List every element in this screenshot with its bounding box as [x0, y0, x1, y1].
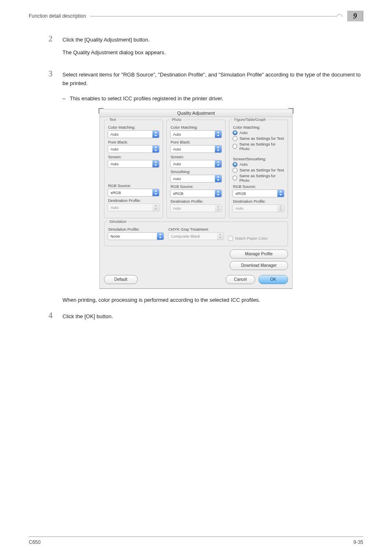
photo-smoothing-dropdown[interactable]: Auto	[170, 175, 222, 183]
label-pure-black: Pure Black:	[108, 140, 159, 144]
chapter-number: 9	[353, 12, 357, 21]
page-footer: C650 9-35	[29, 536, 363, 545]
step-2-line-2: The Quality Adjustment dialog box appear…	[62, 48, 166, 57]
dropdown-arrow-icon	[152, 131, 159, 138]
label-rgb-source: RGB Source:	[233, 184, 284, 189]
dropdown-arrow-icon	[157, 233, 164, 240]
label-dest-profile: Destination Profile:	[108, 198, 159, 203]
dropdown-arrow-icon	[217, 233, 224, 240]
step-number: 4	[48, 311, 62, 325]
photo-rgb-source-dropdown[interactable]: sRGB	[170, 190, 222, 197]
dropdown-arrow-icon	[152, 160, 159, 167]
dropdown-arrow-icon	[215, 190, 221, 197]
text-pure-black-dropdown[interactable]: Auto	[108, 145, 159, 153]
label-sim-profile: Simulation Profile:	[108, 227, 164, 231]
step-3-bullet: –This enables to select ICC profiles reg…	[62, 95, 363, 103]
photo-dest-profile-dropdown: Auto	[170, 204, 222, 212]
text-color-matching-dropdown[interactable]: Auto	[108, 130, 159, 138]
label-dest-profile: Destination Profile:	[171, 199, 222, 204]
cancel-button[interactable]: Cancel	[226, 275, 255, 284]
ftg-cm-auto-radio[interactable]: Auto	[233, 130, 284, 135]
download-manager-button[interactable]: Download Manager	[230, 261, 288, 270]
label-color-matching: Color Matching:	[108, 125, 159, 130]
label-screen: Screen:	[108, 155, 159, 159]
photo-screen-dropdown[interactable]: Auto	[170, 160, 222, 168]
step-4-line-1: Click the [OK] button.	[62, 312, 113, 321]
label-rgb-source: RGB Source:	[108, 183, 159, 188]
label-pure-black: Pure Black:	[171, 140, 222, 144]
group-figure-table-graph: Figure/Table/Graph Color Matching: Auto …	[229, 120, 288, 218]
label-screen-smoothing: Screen/Smoothing:	[233, 157, 284, 161]
group-simulation: Simulation Simulation Profile: None CMYK…	[104, 222, 288, 246]
dropdown-arrow-icon	[215, 146, 221, 153]
label-rgb-source: RGB Source:	[171, 184, 222, 189]
default-button[interactable]: Default	[104, 275, 138, 284]
photo-color-matching-dropdown[interactable]: Auto	[170, 130, 222, 138]
footer-model: C650	[29, 539, 41, 545]
step-2: 2 Click the [Quality Adjustment] button.…	[48, 35, 363, 61]
chapter-number-box: 9	[347, 11, 363, 21]
ftg-ss-same-photo-radio[interactable]: Same as Settings for Photo	[233, 173, 284, 183]
label-smoothing: Smoothing:	[171, 169, 222, 174]
dropdown-arrow-icon	[215, 131, 221, 138]
step-2-line-1: Click the [Quality Adjustment] button.	[62, 35, 166, 44]
header-rule	[90, 16, 336, 16]
step-3-note: When printing, color processing is perfo…	[62, 297, 363, 303]
cap-icon	[336, 12, 343, 20]
group-text: Text Color Matching: Auto Pure Black: Au…	[104, 120, 163, 218]
dropdown-arrow-icon	[152, 146, 159, 153]
section-title: Function detail description	[29, 13, 86, 19]
ftg-dest-profile-dropdown: Auto	[233, 204, 284, 212]
label-cmyk-gray: CMYK Gray Treatment:	[168, 227, 224, 231]
dropdown-arrow-icon	[215, 160, 221, 167]
dropdown-arrow-icon	[277, 205, 284, 212]
cmyk-gray-dropdown: Composite Black	[168, 232, 224, 240]
step-number: 2	[48, 35, 62, 61]
ok-button[interactable]: OK	[258, 275, 288, 284]
ftg-rgb-source-dropdown[interactable]: sRGB	[233, 190, 284, 197]
match-paper-color-checkbox[interactable]: Match Paper Color	[228, 236, 267, 241]
simulation-profile-dropdown[interactable]: None	[108, 232, 164, 240]
group-ftg-legend: Figure/Table/Graph	[233, 118, 267, 122]
step-4: 4 Click the [OK] button.	[48, 311, 363, 325]
group-photo-legend: Photo	[170, 118, 183, 122]
dropdown-arrow-icon	[152, 204, 159, 211]
quality-adjustment-dialog: Quality Adjustment Text Color Matching: …	[99, 109, 293, 289]
label-screen: Screen:	[171, 155, 222, 159]
group-photo: Photo Color Matching: Auto Pure Black: A…	[166, 120, 226, 218]
dropdown-arrow-icon	[277, 190, 284, 197]
label-dest-profile: Destination Profile:	[233, 199, 284, 204]
text-rgb-source-dropdown[interactable]: sRGB	[108, 189, 159, 197]
manage-profile-button[interactable]: Manage Profile	[230, 250, 288, 259]
footer-page-number: 9-35	[353, 539, 363, 545]
text-screen-dropdown[interactable]: Auto	[108, 160, 159, 168]
step-3-line-1: Select relevant items for "RGB Source", …	[62, 70, 363, 88]
running-header: Function detail description 9	[29, 11, 363, 21]
label-color-matching: Color Matching:	[171, 125, 222, 130]
dropdown-arrow-icon	[215, 175, 221, 182]
ftg-cm-same-text-radio[interactable]: Same as Settings for Text	[233, 136, 284, 141]
ftg-ss-same-text-radio[interactable]: Same as Settings for Text	[233, 168, 284, 173]
text-dest-profile-dropdown: Auto	[108, 204, 159, 211]
dialog-title: Quality Adjustment	[100, 109, 292, 117]
ftg-cm-same-photo-radio[interactable]: Same as Settings for Photo	[233, 142, 284, 151]
dropdown-arrow-icon	[215, 205, 221, 212]
step-3: 3 Select relevant items for "RGB Source"…	[48, 69, 363, 92]
label-color-matching: Color Matching:	[233, 125, 284, 130]
dropdown-arrow-icon	[152, 189, 159, 196]
ftg-ss-auto-radio[interactable]: Auto	[233, 162, 284, 167]
group-simulation-legend: Simulation	[108, 220, 128, 224]
photo-pure-black-dropdown[interactable]: Auto	[170, 145, 222, 153]
group-text-legend: Text	[108, 118, 118, 122]
step-number: 3	[48, 69, 62, 92]
quality-adjustment-figure: Quality Adjustment Text Color Matching: …	[99, 109, 293, 289]
